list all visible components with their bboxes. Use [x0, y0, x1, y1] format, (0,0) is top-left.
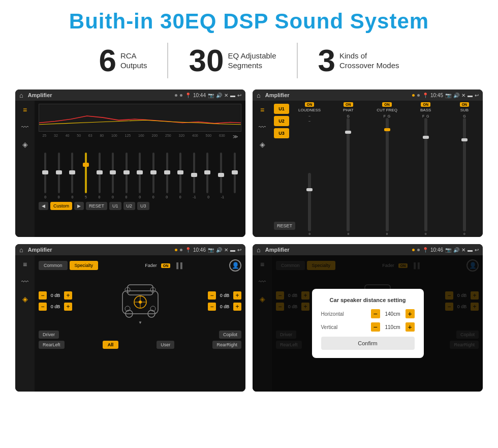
all-btn-3[interactable]: All: [103, 341, 119, 349]
status-dot-3: [175, 249, 177, 251]
db-control-fr: − 0 dB +: [208, 291, 241, 300]
screen2-card: ⌂ Amplifier 📍 10:45 📷 🔊 ✕ ▬ ↩ ≡ 〰: [253, 89, 483, 237]
eq-reset-btn[interactable]: RESET: [86, 202, 107, 210]
status-dot-2: [412, 94, 415, 97]
page-wrapper: Buith-in 30EQ DSP Sound System 6 RCAOutp…: [0, 0, 498, 401]
phat-slider[interactable]: [347, 118, 350, 231]
sub-slider[interactable]: [463, 118, 466, 231]
wave-icon-3[interactable]: 〰: [21, 278, 28, 286]
cutfreq-slider[interactable]: [386, 118, 389, 231]
u3-btn[interactable]: U3: [274, 128, 289, 138]
u-buttons-col: U1 U2 U3: [272, 101, 291, 237]
db-value-rr: 0 dB: [217, 304, 232, 309]
eq-panel: 2532 4050 6380 100125 160200 250320 4005…: [35, 101, 245, 237]
eq-slider-6[interactable]: [112, 153, 114, 193]
stat-number-rca: 6: [99, 45, 116, 76]
rearleft-btn-3[interactable]: RearLeft: [39, 341, 65, 349]
db-plus-rl[interactable]: +: [64, 303, 72, 311]
eq-prev-btn[interactable]: ◀: [39, 202, 48, 210]
back-icon-1: ↩: [237, 93, 241, 98]
eq-slider-12[interactable]: [193, 153, 195, 193]
vertical-minus-btn[interactable]: −: [371, 322, 380, 332]
db-plus-fr[interactable]: +: [233, 291, 241, 300]
eq-icon-2[interactable]: ≡: [260, 106, 264, 114]
bottom-labels-3: Driver Copilot: [39, 331, 241, 339]
screen1-body: ≡ 〰 ◈ 2532 4050 6380 1001: [15, 101, 245, 237]
crossover-reset-btn[interactable]: RESET: [274, 222, 295, 230]
screen1-app-name: Amplifier: [28, 92, 172, 98]
screens-grid: ⌂ Amplifier 📍 10:44 📷 🔊 ✕ ▬ ↩ ≡ 〰: [15, 89, 483, 392]
dialog-overlay: Car speaker distance setting Horizontal …: [253, 255, 483, 392]
db-control-fl: − 0 dB +: [39, 291, 72, 300]
eq-icon[interactable]: ≡: [23, 106, 27, 114]
close-icon-1: ✕: [224, 93, 228, 98]
eq-next-btn[interactable]: ▶: [74, 202, 84, 210]
vertical-plus-btn[interactable]: +: [406, 322, 415, 332]
fader-on-badge-3: ON: [161, 263, 171, 268]
eq-u2-btn[interactable]: U2: [123, 202, 136, 210]
screen1-sidebar: ≡ 〰 ◈: [15, 101, 35, 237]
db-minus-fl[interactable]: −: [39, 291, 47, 300]
db-plus-rr[interactable]: +: [233, 303, 241, 311]
loudness-on-badge: ON: [305, 102, 315, 107]
eq-u1-btn[interactable]: U1: [109, 202, 121, 210]
wave-icon-2[interactable]: 〰: [259, 123, 266, 131]
stat-label-eq: EQ AdjustableSegments: [228, 51, 276, 71]
eq-slider-9[interactable]: [152, 153, 154, 193]
channel-bass: ON BASS F G 0: [408, 101, 444, 237]
screen2-app-name: Amplifier: [265, 92, 410, 98]
horizontal-minus-btn[interactable]: −: [371, 309, 380, 318]
eq-icon-3[interactable]: ≡: [23, 260, 27, 268]
vertical-label: Vertical: [321, 324, 338, 330]
horizontal-plus-btn[interactable]: +: [406, 309, 415, 318]
loudness-slider[interactable]: [308, 173, 311, 231]
eq-slider-11[interactable]: [179, 153, 181, 193]
confirm-button[interactable]: Confirm: [321, 337, 415, 350]
db-minus-rr[interactable]: −: [208, 303, 216, 311]
eq-bottom-bar: ◀ Custom ▶ RESET U1 U2 U3: [39, 202, 241, 210]
home-icon-4: ⌂: [257, 246, 261, 254]
speaker-controls-left: − 0 dB + − 0 dB +: [39, 291, 72, 311]
eq-slider-10[interactable]: [166, 153, 168, 193]
bass-slider[interactable]: [424, 118, 427, 231]
db-minus-rl[interactable]: −: [39, 303, 47, 311]
screen3-time: 10:46: [193, 247, 206, 253]
u1-btn[interactable]: U1: [274, 104, 289, 114]
screen3-tabs: Common Specialty Fader ON ▐▐ 👤: [39, 259, 241, 272]
speaker-icon[interactable]: ◈: [22, 140, 28, 148]
eq-slider-8[interactable]: [139, 153, 141, 193]
db-plus-fl[interactable]: +: [64, 291, 72, 300]
profile-icon-3[interactable]: 👤: [229, 259, 241, 272]
eq-slider-5[interactable]: [99, 153, 101, 193]
u2-btn[interactable]: U2: [274, 116, 289, 126]
sub-on-badge: ON: [460, 102, 470, 107]
screen2-sidebar: ≡ 〰 ◈: [253, 101, 272, 237]
eq-custom-btn[interactable]: Custom: [50, 202, 72, 210]
sub-label: SUB: [460, 108, 469, 112]
speaker-icon-3[interactable]: ◈: [22, 295, 28, 303]
rearright-btn-3[interactable]: RearRight: [212, 341, 241, 349]
phat-label: PHAT: [343, 108, 354, 112]
car-diagram-3: ▼: [115, 276, 166, 326]
eq-slider-7[interactable]: [126, 153, 128, 193]
eq-slider-15[interactable]: [234, 153, 236, 193]
eq-slider-13[interactable]: [206, 153, 208, 193]
copilot-btn-3[interactable]: Copilot: [219, 331, 241, 339]
eq-u3-btn[interactable]: U3: [137, 202, 149, 210]
user-btn-3[interactable]: User: [157, 341, 174, 349]
svg-rect-1: [128, 285, 153, 295]
eq-slider-1[interactable]: [44, 153, 46, 193]
driver-btn-3[interactable]: Driver: [39, 331, 59, 339]
eq-slider-4[interactable]: [85, 153, 87, 193]
db-minus-fr[interactable]: −: [208, 291, 216, 300]
eq-slider-3[interactable]: [71, 153, 73, 193]
horizontal-label: Horizontal: [321, 311, 344, 317]
stat-number-crossover: 3: [318, 45, 335, 76]
wave-icon[interactable]: 〰: [21, 123, 28, 131]
eq-slider-2[interactable]: [58, 153, 60, 193]
stat-label-crossover: Kinds ofCrossover Modes: [339, 51, 399, 71]
eq-slider-14[interactable]: [220, 153, 222, 193]
tab-common-3[interactable]: Common: [39, 261, 68, 270]
tab-specialty-3[interactable]: Specialty: [70, 261, 99, 270]
speaker-icon-2[interactable]: ◈: [260, 140, 265, 148]
